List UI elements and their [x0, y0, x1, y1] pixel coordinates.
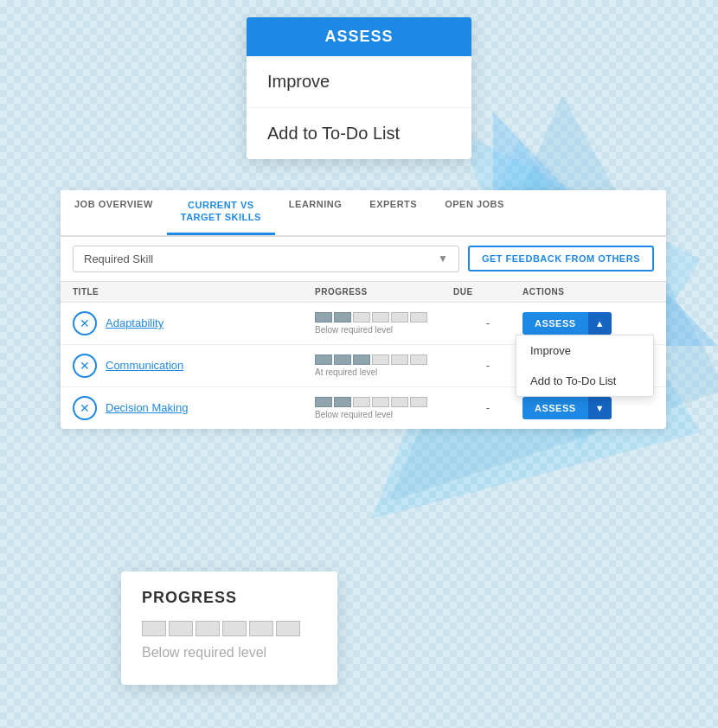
due-communication: -: [453, 359, 522, 372]
progress-seg: [410, 312, 427, 322]
popup-seg: [196, 621, 220, 636]
actions-cell-adaptability: ASSESS ▲ Improve Add to To-Do List: [522, 312, 654, 335]
skill-name-decision-making[interactable]: Decision Making: [106, 401, 188, 414]
skill-icon-adaptability: ✕: [73, 311, 97, 335]
table-header: TITLE PROGRESS DUE ACTIONS: [61, 282, 666, 303]
assess-button-decision-making[interactable]: ASSESS: [522, 397, 588, 419]
progress-seg: [353, 354, 370, 365]
filter-row: Required Skill ▼ GET FEEDBACK FROM OTHER…: [61, 237, 666, 282]
progress-seg: [334, 312, 351, 322]
progress-seg: [410, 354, 427, 365]
assess-button-adaptability[interactable]: ASSESS: [522, 312, 588, 335]
progress-seg: [334, 397, 351, 407]
skill-cell-adaptability: ✕ Adaptability: [73, 311, 315, 335]
action-dropdown-adaptability: Improve Add to To-Do List: [516, 335, 654, 397]
tab-bar: JOB OVERVIEW CURRENT VS TARGET SKILLS LE…: [61, 190, 666, 237]
progress-seg: [315, 312, 332, 322]
tab-current-vs-target[interactable]: CURRENT VS TARGET SKILLS: [167, 190, 275, 235]
progress-seg: [391, 397, 408, 407]
progress-label-adaptability: Below required level: [315, 325, 453, 335]
skill-cell-communication: ✕ Communication: [73, 354, 315, 378]
assess-large-button[interactable]: ASSESS: [247, 17, 471, 56]
progress-label-communication: At required level: [315, 367, 453, 377]
progress-popup: PROGRESS Below required level: [121, 572, 337, 685]
assess-chevron-adaptability[interactable]: ▲: [588, 312, 612, 335]
progress-seg: [410, 397, 427, 407]
get-feedback-button[interactable]: GET FEEDBACK FROM OTHERS: [468, 246, 654, 271]
progress-popup-label: Below required level: [142, 645, 317, 661]
progress-seg: [315, 397, 332, 407]
tab-open-jobs[interactable]: OPEN JOBS: [431, 190, 518, 235]
progress-seg: [353, 312, 370, 322]
col-actions: ACTIONS: [522, 287, 654, 297]
add-todo-option-large[interactable]: Add to To-Do List: [247, 108, 471, 159]
progress-seg: [372, 354, 389, 365]
progress-label-decision-making: Below required level: [315, 410, 453, 419]
tab-learning[interactable]: LEARNING: [275, 190, 356, 235]
tab-job-overview[interactable]: JOB OVERVIEW: [61, 190, 167, 235]
progress-seg: [334, 354, 351, 365]
progress-seg: [391, 354, 408, 365]
dropdown-label: Required Skill: [84, 252, 153, 265]
popup-seg: [169, 621, 193, 636]
popup-seg: [142, 621, 166, 636]
col-progress: PROGRESS: [315, 287, 453, 297]
add-todo-option[interactable]: Add to To-Do List: [516, 366, 653, 396]
progress-cell-communication: At required level: [315, 354, 453, 377]
due-adaptability: -: [453, 316, 522, 329]
skill-name-adaptability[interactable]: Adaptability: [106, 316, 163, 329]
tab-experts[interactable]: EXPERTS: [356, 190, 431, 235]
progress-seg: [353, 397, 370, 407]
progress-seg: [315, 354, 332, 365]
skill-icon-communication: ✕: [73, 354, 97, 378]
skill-name-communication[interactable]: Communication: [106, 359, 183, 372]
progress-bar-adaptability: [315, 312, 453, 322]
progress-seg: [372, 397, 389, 407]
progress-seg: [372, 312, 389, 322]
improve-option-large[interactable]: Improve: [247, 56, 471, 108]
progress-cell-decision-making: Below required level: [315, 397, 453, 419]
required-skill-dropdown[interactable]: Required Skill ▼: [73, 246, 459, 272]
skill-icon-decision-making: ✕: [73, 396, 97, 420]
col-due: DUE: [453, 287, 522, 297]
actions-cell-decision-making: ASSESS ▼: [522, 397, 654, 419]
popup-seg: [249, 621, 273, 636]
table-row: ✕ Adaptability Below required level - AS…: [61, 303, 666, 345]
main-app-card: JOB OVERVIEW CURRENT VS TARGET SKILLS LE…: [61, 190, 666, 429]
progress-popup-bar: [142, 621, 317, 636]
popup-seg: [222, 621, 247, 636]
progress-bar-communication: [315, 354, 453, 365]
progress-seg: [391, 312, 408, 322]
progress-bar-decision-making: [315, 397, 453, 407]
improve-option[interactable]: Improve: [516, 335, 653, 366]
chevron-down-icon: ▼: [438, 252, 448, 265]
progress-cell-adaptability: Below required level: [315, 312, 453, 335]
assess-popup-large: ASSESS Improve Add to To-Do List: [247, 17, 471, 159]
skill-cell-decision-making: ✕ Decision Making: [73, 396, 315, 420]
assess-chevron-decision-making[interactable]: ▼: [588, 397, 612, 419]
progress-popup-title: PROGRESS: [142, 589, 317, 607]
popup-seg: [276, 621, 300, 636]
due-decision-making: -: [453, 401, 522, 414]
col-title: TITLE: [73, 287, 315, 297]
